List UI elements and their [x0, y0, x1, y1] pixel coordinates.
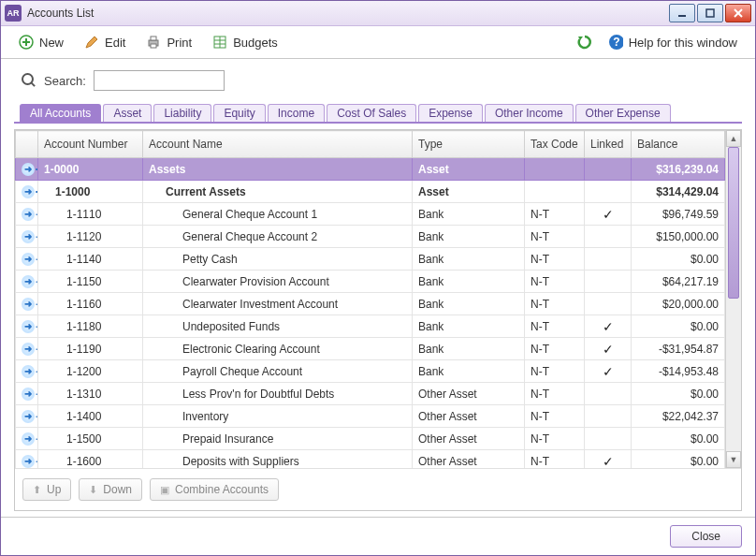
scroll-thumb[interactable] — [728, 147, 739, 299]
tab-equity[interactable]: Equity — [213, 104, 265, 122]
row-open-icon[interactable]: ➜ — [16, 315, 38, 338]
cell-linked — [585, 383, 632, 405]
cell-account-number: 1-1400 — [38, 405, 143, 428]
table-row[interactable]: ➜1-1160Clearwater Investment AccountBank… — [16, 293, 725, 315]
row-open-icon[interactable]: ➜ — [16, 360, 38, 383]
cell-balance: -$31,954.87 — [632, 338, 725, 360]
row-open-icon[interactable]: ➜ — [16, 226, 38, 248]
cell-account-name: Payroll Cheque Account — [143, 360, 413, 383]
refresh-button[interactable] — [572, 30, 596, 54]
cell-tax-code: N-T — [525, 271, 585, 293]
row-open-icon[interactable]: ➜ — [16, 248, 38, 271]
maximize-button[interactable] — [697, 4, 723, 22]
cell-linked: ✓ — [585, 360, 632, 383]
tab-other-expense[interactable]: Other Expense — [575, 104, 671, 122]
titlebar: AR Accounts List — [1, 1, 755, 26]
cell-type: Asset — [413, 158, 525, 181]
table-row[interactable]: ➜1-1200Payroll Cheque AccountBankN-T✓-$1… — [16, 360, 725, 383]
cell-account-name: Inventory — [143, 405, 413, 428]
footer: Close — [1, 517, 755, 555]
row-open-icon[interactable]: ➜ — [16, 181, 38, 203]
cell-linked — [585, 248, 632, 271]
close-button[interactable]: Close — [670, 525, 742, 548]
cell-account-name: General Cheque Account 2 — [143, 226, 413, 248]
budgets-button[interactable]: Budgets — [204, 30, 286, 54]
down-label: Down — [103, 483, 132, 496]
table-row[interactable]: ➜1-1000Current AssetsAsset$314,429.04 — [16, 181, 725, 203]
help-button[interactable]: ? Help for this window — [600, 30, 746, 54]
scroll-up-arrow-icon[interactable]: ▲ — [726, 130, 741, 147]
col-account-number[interactable]: Account Number — [38, 131, 143, 158]
tab-asset[interactable]: Asset — [103, 104, 152, 122]
table-row[interactable]: ➜1-1310Less Prov'n for Doubtful DebtsOth… — [16, 383, 725, 405]
row-open-icon[interactable]: ➜ — [16, 293, 38, 315]
cell-account-number: 1-1110 — [38, 203, 143, 226]
cell-balance: -$14,953.48 — [632, 360, 725, 383]
checkmark-icon: ✓ — [603, 207, 614, 222]
row-open-icon[interactable]: ➜ — [16, 158, 38, 181]
toolbar: New Edit Print Budgets — [1, 26, 755, 59]
svg-rect-8 — [151, 37, 156, 40]
cell-tax-code: N-T — [525, 450, 585, 469]
tab-cost-of-sales[interactable]: Cost Of Sales — [327, 104, 416, 122]
svg-rect-9 — [151, 44, 156, 48]
search-icon — [22, 73, 36, 88]
vertical-scrollbar[interactable]: ▲ ▼ — [725, 130, 741, 468]
cell-linked — [585, 271, 632, 293]
col-balance[interactable]: Balance — [632, 131, 725, 158]
cell-linked — [585, 405, 632, 428]
table-row[interactable]: ➜1-1110General Cheque Account 1BankN-T✓$… — [16, 203, 725, 226]
down-button[interactable]: ⬇ Down — [79, 478, 142, 501]
cell-type: Other Asset — [413, 450, 525, 469]
tab-all-accounts[interactable]: All Accounts — [20, 104, 101, 122]
table-row[interactable]: ➜1-1190Electronic Clearing AccountBankN-… — [16, 338, 725, 360]
row-open-icon[interactable]: ➜ — [16, 338, 38, 360]
edit-button[interactable]: Edit — [76, 30, 134, 54]
cell-account-number: 1-1120 — [38, 226, 143, 248]
col-type[interactable]: Type — [413, 131, 525, 158]
table-row[interactable]: ➜1-1120General Cheque Account 2BankN-T$1… — [16, 226, 725, 248]
up-button[interactable]: ⬆ Up — [22, 478, 71, 501]
table-header-row: Account Number Account Name Type Tax Cod… — [16, 131, 725, 158]
cell-tax-code: N-T — [525, 315, 585, 338]
checkmark-icon: ✓ — [603, 364, 614, 379]
row-open-icon[interactable]: ➜ — [16, 383, 38, 405]
cell-balance: $0.00 — [632, 315, 725, 338]
row-open-icon[interactable]: ➜ — [16, 450, 38, 469]
cell-type: Bank — [413, 248, 525, 271]
table-row[interactable]: ➜1-0000AssetsAsset$316,239.04 — [16, 158, 725, 181]
tab-other-income[interactable]: Other Income — [485, 104, 574, 122]
table-row[interactable]: ➜1-1180Undeposited FundsBankN-T✓$0.00 — [16, 315, 725, 338]
cell-tax-code: N-T — [525, 383, 585, 405]
tab-liability[interactable]: Liability — [153, 104, 211, 122]
cell-account-name: Electronic Clearing Account — [143, 338, 413, 360]
cell-tax-code: N-T — [525, 338, 585, 360]
col-tax-code[interactable]: Tax Code — [525, 131, 585, 158]
minimize-button[interactable] — [669, 4, 695, 22]
combine-accounts-button[interactable]: ▣ Combine Accounts — [150, 478, 279, 501]
close-window-button[interactable] — [725, 4, 751, 22]
cell-type: Bank — [413, 271, 525, 293]
row-open-icon[interactable]: ➜ — [16, 271, 38, 293]
row-open-icon[interactable]: ➜ — [16, 405, 38, 428]
scroll-down-arrow-icon[interactable]: ▼ — [726, 451, 741, 468]
table-row[interactable]: ➜1-1600Deposits with SuppliersOther Asse… — [16, 450, 725, 469]
print-button[interactable]: Print — [138, 30, 200, 54]
col-account-name[interactable]: Account Name — [143, 131, 413, 158]
refresh-icon — [576, 35, 591, 50]
tab-expense[interactable]: Expense — [418, 104, 483, 122]
cell-balance: $64,217.19 — [632, 271, 725, 293]
tab-income[interactable]: Income — [268, 104, 325, 122]
table-row[interactable]: ➜1-1400InventoryOther AssetN-T$22,042.37 — [16, 405, 725, 428]
table-row[interactable]: ➜1-1150Clearwater Provision AccountBankN… — [16, 271, 725, 293]
new-button[interactable]: New — [10, 30, 72, 54]
row-open-icon[interactable]: ➜ — [16, 203, 38, 226]
col-arrow[interactable] — [16, 131, 38, 158]
table-row[interactable]: ➜1-1140Petty CashBankN-T$0.00 — [16, 248, 725, 271]
table-row[interactable]: ➜1-1500Prepaid InsuranceOther AssetN-T$0… — [16, 428, 725, 450]
row-open-icon[interactable]: ➜ — [16, 428, 38, 450]
combine-icon: ▣ — [160, 484, 169, 496]
col-linked[interactable]: Linked — [585, 131, 632, 158]
search-input[interactable] — [94, 70, 225, 91]
cell-tax-code — [525, 181, 585, 203]
